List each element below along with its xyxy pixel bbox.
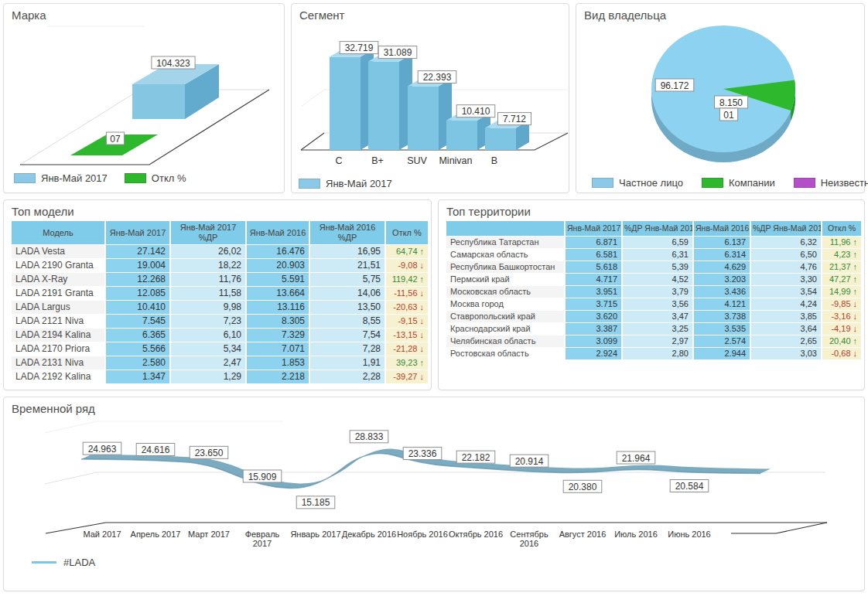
segment-bar-B[interactable] [485,128,516,150]
table-row[interactable]: LADA X-Ray12.26811,765.5915,75119,42↑ [12,273,428,286]
category-label: B [491,155,497,166]
table-row[interactable]: Республика Татарстан6.8716,596.1376,3211… [446,237,861,248]
legend-item[interactable]: Неизвестно [794,177,868,189]
legend-item[interactable]: Янв-Май 2017 [299,178,392,189]
column-header[interactable]: Янв-Май 2016 %ДР [310,221,384,244]
delta-cell: -0,68↓ [822,348,861,359]
table-row[interactable]: Краснодарский край3.3873,253.5353,64-4,1… [446,323,861,335]
column-header[interactable]: Янв-Май 2017 %ДР [171,221,245,244]
trend-up-icon: ↑ [420,274,425,284]
column-header[interactable]: %ДР Янв-Май 2017 [623,221,692,236]
row-name-cell: LADA 2190 Granta [12,259,104,272]
legend-item[interactable]: Откл % [125,172,186,184]
value-label: 07 [110,134,121,145]
row-name-cell: Республика Татарстан [446,237,564,248]
delta-cell: 20,40↑ [822,335,861,347]
panel-top-models: Топ модели МодельЯнв-Май 2017Янв-Май 201… [3,199,432,390]
table-row[interactable]: LADA 2194 Kalina6.3656,107.3297,54-13,15… [12,329,428,342]
table-row[interactable]: Самарская область6.5816,316.3146,504,23↑ [446,249,861,261]
value-label: 23.336 [408,448,437,459]
column-header[interactable]: Модель [12,221,104,244]
column-header[interactable]: Откл % [386,221,428,244]
table-row[interactable]: LADA Vesta27.14226,0216.47616,9564,74↑ [12,245,428,258]
panel-title: Марка [12,9,46,22]
trend-down-icon: ↓ [420,302,425,312]
value-cell: 7.329 [247,329,309,342]
legend-item[interactable]: Частное лицо [592,177,683,189]
value-label: 15.185 [302,497,330,508]
series-swatch [592,178,613,188]
value-label: 20.584 [675,481,704,492]
value-label: 104.323 [156,58,190,69]
timeseries-legend: #LADA [32,557,95,568]
segment-bar-B+[interactable] [368,62,399,150]
value-cell: 27.142 [106,245,169,258]
panel-title: Сегмент [299,9,344,22]
brand-bar[interactable] [132,84,185,119]
legend-item[interactable]: Янв-Май 2017 [14,172,108,184]
delta-cell: 39,23↑ [386,356,428,370]
table-row[interactable]: Челябинская область3.0992,972.5742,6520,… [446,335,861,347]
row-name-cell: Самарская область [446,249,564,261]
panel-owner-type: Вид владельца 96.1728.15001 Частное лицо… [576,3,865,193]
table-row[interactable]: Пермский край4.7174,523.2033,3047,27↑ [446,274,861,285]
row-name-cell: Москва город [446,298,564,310]
table-row[interactable]: LADA 2121 Niva7.5457,238.3058,55-9,15↓ [12,315,428,328]
segment-bar-C[interactable] [330,57,361,150]
row-name-cell: LADA X-Ray [12,273,104,286]
table-row[interactable]: LADA 2131 Niva2.5802,471.8531,9139,23↑ [12,356,428,370]
table-row[interactable]: Московская область3.9513,793.4363,5414,9… [446,286,861,298]
table-row[interactable]: Республика Башкортостан5.6185,394.6294,7… [446,261,861,273]
value-cell: 1,91 [310,356,384,370]
series-swatch [702,178,723,188]
column-header[interactable]: Янв-Май 2017 [566,221,621,236]
trend-down-icon: ↓ [853,312,858,321]
delta-cell: -4,19↓ [822,323,861,335]
table-row[interactable]: Москва город3.7153,564.1214,24-9,85↓ [446,298,861,310]
panel-title: Топ территории [446,205,531,218]
table-row[interactable]: Ставропольский край3.6203,473.7383,85-3,… [446,311,861,322]
column-header[interactable]: %ДР Янв-Май 2016 [751,221,821,236]
row-name-cell: Московская область [446,286,564,298]
table-row[interactable]: LADA 2170 Priora5.5665,347.0717,28-21,28… [12,342,428,356]
trend-down-icon: ↓ [420,372,425,381]
value-label: 15.909 [248,472,277,482]
value-label: 01 [723,110,734,121]
row-name-cell: LADA Largus [12,301,104,314]
legend-label: Неизвестно [821,177,868,189]
trend-up-icon: ↑ [853,336,858,346]
delta-cell: -11,56↓ [386,287,428,300]
top-territories-table: Янв-Май 2017%ДР Янв-Май 2017Янв-Май 2016… [445,220,863,360]
table-row[interactable]: Ростовская область2.9242,802.9443,03-0,6… [446,348,861,359]
table-row[interactable]: LADA Largus10.4109,9813.11613,50-20,63↓ [12,301,428,314]
table-row[interactable]: LADA 2191 Granta12.08511,5813.66414,06-1… [12,287,428,300]
trend-up-icon: ↑ [420,358,425,367]
value-cell: 6,50 [751,249,821,261]
value-cell: 6.314 [694,249,750,261]
column-header[interactable]: Янв-Май 2017 [106,221,169,244]
value-cell: 5,34 [171,342,245,356]
value-cell: 20.903 [247,259,309,272]
value-label: 22.182 [462,452,490,463]
column-header[interactable]: Янв-Май 2016 [247,221,309,244]
series-swatch [14,173,36,183]
column-header[interactable]: Янв-Май 2016 [694,221,750,236]
legend-item[interactable]: #LADA [32,557,95,568]
table-row[interactable]: LADA 2192 Kalina1.3471,292.2182,28-39,27… [12,370,428,383]
column-header[interactable] [446,221,564,236]
value-cell: 1.853 [247,356,309,370]
segment-bar-SUV[interactable] [408,87,439,150]
x-axis-label: Июнь 2016 [668,530,711,539]
row-name-cell: LADA Vesta [12,245,104,258]
trend-down-icon: ↓ [420,316,425,325]
series-swatch [125,173,146,183]
legend-item[interactable]: Компании [702,177,775,189]
table-row[interactable]: LADA 2190 Granta19.00418,2220.90321,51-9… [12,259,428,272]
value-cell: 6,59 [623,237,692,248]
category-label: C [335,155,342,166]
segment-bar-Minivan[interactable] [446,121,477,150]
column-header[interactable]: Откл % [822,221,861,236]
x-axis-label: Июль 2016 [614,530,658,539]
delta-cell: -9,08↓ [386,259,428,272]
value-label: 28.833 [355,431,384,442]
